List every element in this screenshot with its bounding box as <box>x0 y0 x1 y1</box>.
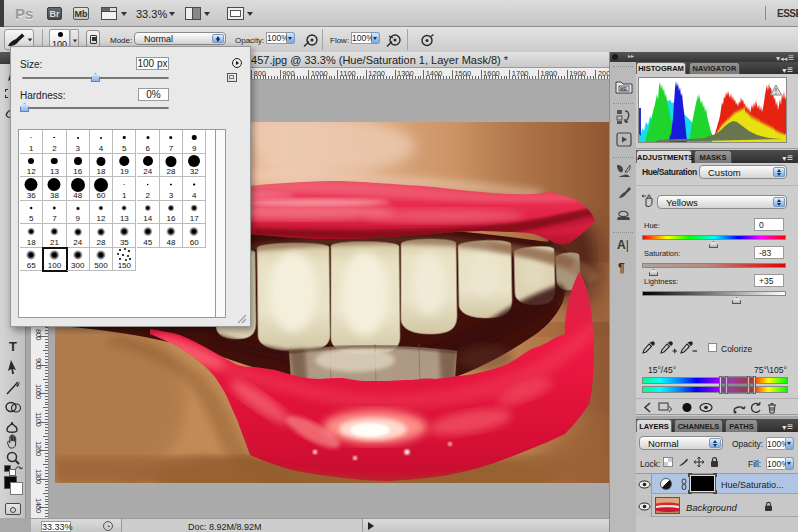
svg-text:MB: MB <box>620 87 628 92</box>
